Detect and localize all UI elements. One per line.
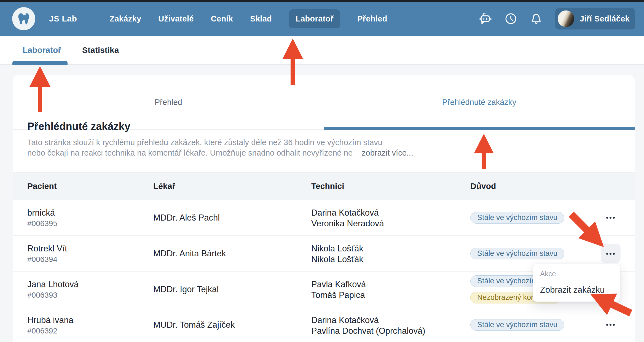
show-more-link[interactable]: zobrazit více... <box>346 148 438 158</box>
technician-name: Nikola Lošťák <box>311 243 363 254</box>
active-tab-underline <box>12 61 68 65</box>
brand-name: JS Lab <box>49 14 77 23</box>
page-description-line1: Tato stránka slouží k rychlému přehledu … <box>27 137 441 148</box>
nav-item-laborator-active[interactable]: Laboratoř <box>289 9 340 28</box>
navbar-right: Jiří Sedláček <box>479 8 635 29</box>
nav-item-sklad[interactable]: Sklad <box>250 14 272 23</box>
feedback-bot-icon[interactable] <box>479 12 492 25</box>
technician-name: Pavla Kafková <box>311 279 366 290</box>
column-header-duvod: Důvod <box>470 173 496 200</box>
technician-name: Tomáš Papica <box>311 290 366 300</box>
patient-name: Hrubá ivana <box>27 315 73 325</box>
status-badge: Stále ve výchozím stavu <box>470 248 564 259</box>
user-menu[interactable]: Jiří Sedláček <box>555 8 635 29</box>
patient-name: Jana Lhotová <box>27 279 79 290</box>
patient-name: Rotrekl Vít <box>27 243 67 254</box>
nav-item-zakazky[interactable]: Zakázky <box>109 14 141 23</box>
content-card: Přehled Přehlédnuté zakázky Přehlédnuté … <box>13 75 635 342</box>
doctor-name: MDDr. Anita Bártek <box>153 236 226 271</box>
doctor-name: MDDr. Igor Tejkal <box>153 272 219 307</box>
patient-name: brnická <box>27 207 57 218</box>
card-tab-prehlednute-zakazky[interactable]: Přehlédnuté zakázky <box>324 75 635 129</box>
app-logo[interactable] <box>12 7 35 30</box>
column-header-pacient: Pacient <box>27 173 57 200</box>
order-id: #006395 <box>27 218 57 229</box>
section-tabs: Laboratoř Statistika <box>0 36 644 65</box>
doctor-name: MUDr. Tomáš Zajíček <box>153 307 235 342</box>
navbar: JS Lab Zakázky Uživatelé Ceník Sklad Lab… <box>0 2 644 36</box>
technician-name: Darina Kotačková <box>311 207 384 218</box>
technician-name: Nikola Lošťák <box>311 254 363 265</box>
technician-name: Pavlína Dochvat (Oprchalová) <box>311 325 425 336</box>
tab-laborator[interactable]: Laboratoř <box>23 45 61 55</box>
avatar <box>558 10 574 27</box>
doctor-name: MDDr. Aleš Pachl <box>153 200 220 235</box>
technician-name: Darina Kotačková <box>311 315 425 325</box>
order-id: #006394 <box>27 254 67 265</box>
status-badge: Stále ve výchozím stavu <box>470 319 564 331</box>
nav-item-cenik[interactable]: Ceník <box>211 14 233 23</box>
page-title: Přehlédnuté zakázky <box>27 121 130 132</box>
tooth-logo-icon <box>16 11 31 26</box>
table-header: Pacient Lékař Technici Důvod <box>13 172 635 200</box>
main-nav: Zakázky Uživatelé Ceník Sklad Laboratoř … <box>109 9 387 28</box>
nav-item-uzivatele[interactable]: Uživatelé <box>158 14 194 23</box>
notifications-bell-icon[interactable] <box>530 12 543 25</box>
dropdown-header: Akce <box>540 270 556 278</box>
row-actions-button[interactable] <box>603 200 618 235</box>
card-active-tab-underline <box>324 127 635 130</box>
table-row: Hrubá ivana #006392 MUDr. Tomáš Zajíček … <box>13 307 635 342</box>
user-name: Jiří Sedláček <box>580 14 630 23</box>
table-row: brnická #006395 MDDr. Aleš Pachl Darina … <box>13 200 635 236</box>
column-header-technici: Technici <box>311 173 344 200</box>
tab-statistika[interactable]: Statistika <box>82 45 119 55</box>
technician-name: Veronika Neradová <box>311 218 384 229</box>
order-id: #006393 <box>27 290 79 300</box>
nav-item-prehled[interactable]: Přehled <box>357 14 387 23</box>
history-clock-icon[interactable] <box>505 12 517 25</box>
column-header-lekar: Lékař <box>153 173 175 200</box>
status-badge: Stále ve výchozím stavu <box>470 212 564 224</box>
order-id: #006392 <box>27 325 73 336</box>
